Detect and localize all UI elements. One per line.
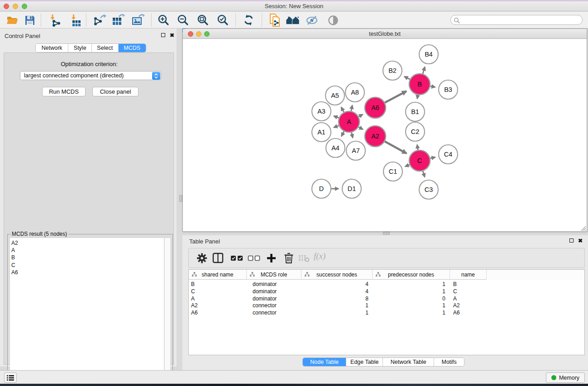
graph-node-A3[interactable]: A3 xyxy=(312,102,331,121)
column-header-mcds-role[interactable]: MCDS role xyxy=(247,270,301,280)
graph-node-A4[interactable]: A4 xyxy=(326,138,345,157)
graph-node-A5[interactable]: A5 xyxy=(325,86,344,105)
show-columns-icon[interactable] xyxy=(212,253,224,264)
memory-button[interactable]: Memory xyxy=(546,372,585,383)
clone-network-icon[interactable] xyxy=(268,13,282,27)
column-header-successor-nodes[interactable]: successor nodes xyxy=(301,270,373,280)
graph-node-A1[interactable]: A1 xyxy=(312,123,331,142)
graph-edge-C-C3[interactable] xyxy=(423,171,425,177)
graph-edge-A-A6[interactable] xyxy=(359,114,363,117)
list-item[interactable]: B xyxy=(11,254,164,261)
vertical-splitter-handle[interactable] xyxy=(179,195,182,202)
main-titlebar[interactable]: Session: New Session xyxy=(0,1,588,11)
zoom-fit-icon[interactable] xyxy=(196,13,210,27)
graph-edge-A-A2[interactable] xyxy=(359,127,363,129)
export-network-icon[interactable] xyxy=(92,13,107,27)
hide-details-icon[interactable] xyxy=(305,13,320,27)
open-folder-icon[interactable] xyxy=(5,13,19,27)
maximize-traffic-light[interactable] xyxy=(22,4,27,9)
graph-node-D[interactable]: D xyxy=(312,179,331,198)
select-all-icon[interactable] xyxy=(230,255,244,261)
graph-node-B4[interactable]: B4 xyxy=(419,45,438,64)
graph-node-B3[interactable]: B3 xyxy=(439,80,458,99)
run-mcds-button[interactable]: Run MCDS xyxy=(42,87,86,96)
graph-edge-B-B3[interactable] xyxy=(430,86,435,87)
mcds-result-list[interactable]: A2 A B C A6 xyxy=(10,238,164,383)
graph-node-A2[interactable]: A2 xyxy=(365,126,386,147)
export-table-icon[interactable] xyxy=(111,13,126,27)
graph-edge-A2-C[interactable] xyxy=(385,142,406,153)
graph-edge-B-B1[interactable] xyxy=(417,95,418,99)
delete-table-icon[interactable] xyxy=(298,255,310,262)
graph-edge-C-C2[interactable] xyxy=(417,145,418,150)
list-item[interactable]: C xyxy=(11,262,164,269)
close-traffic-light[interactable] xyxy=(188,31,193,37)
graph-node-A6[interactable]: A6 xyxy=(365,97,386,118)
float-panel-icon[interactable] xyxy=(161,33,165,37)
graph-edge-B-B4[interactable] xyxy=(423,67,425,74)
graph-edge-A6-B[interactable] xyxy=(385,91,406,102)
tab-motifs[interactable]: Motifs xyxy=(434,358,464,366)
show-details-icon[interactable] xyxy=(326,13,340,27)
table-row[interactable]: A dominator 8 0 A xyxy=(189,295,584,303)
graph-edge-A-A7[interactable] xyxy=(351,132,353,138)
task-history-button[interactable] xyxy=(4,372,17,383)
criterion-dropdown[interactable]: largest connected component (directed) xyxy=(20,71,161,80)
delete-row-icon[interactable] xyxy=(284,253,294,264)
settings-gear-icon[interactable] xyxy=(197,253,207,263)
column-header-predecessor-nodes[interactable]: predecessor nodes xyxy=(373,270,450,280)
save-icon[interactable] xyxy=(23,13,37,27)
tab-mcds[interactable]: MCDS xyxy=(119,44,146,52)
search-input[interactable] xyxy=(462,16,579,24)
function-builder-icon[interactable]: f(x) xyxy=(314,251,325,261)
float-panel-icon[interactable] xyxy=(569,238,574,243)
tab-style[interactable]: Style xyxy=(68,44,92,52)
list-item[interactable]: A2 xyxy=(11,239,164,247)
graph-node-A8[interactable]: A8 xyxy=(345,83,364,102)
graph-edge-A-A1[interactable] xyxy=(334,125,339,127)
tab-select[interactable]: Select xyxy=(92,44,119,52)
resize-grip-icon[interactable] xyxy=(580,225,586,231)
search-field[interactable] xyxy=(450,15,583,25)
refresh-layout-icon[interactable] xyxy=(241,13,256,27)
graph-edge-A-A5[interactable] xyxy=(341,107,344,112)
import-network-icon[interactable] xyxy=(48,13,62,27)
graph-node-C2[interactable]: C2 xyxy=(406,122,425,141)
graph-node-C[interactable]: C xyxy=(409,150,430,171)
graph-edge-C-C4[interactable] xyxy=(430,157,435,158)
zoom-selected-icon[interactable] xyxy=(215,13,230,27)
tab-network-table[interactable]: Network Table xyxy=(383,358,434,366)
tab-edge-table[interactable]: Edge Table xyxy=(346,358,383,366)
network-window-titlebar[interactable]: testGlobe.txt xyxy=(183,29,587,39)
unselect-all-icon[interactable] xyxy=(248,255,261,261)
import-table-icon[interactable] xyxy=(69,13,83,27)
node-table[interactable]: shared name MCDS role successor nodes pr… xyxy=(188,269,585,355)
horizontal-splitter-handle[interactable] xyxy=(383,232,390,235)
graph-node-D1[interactable]: D1 xyxy=(342,179,361,198)
graph-node-A7[interactable]: A7 xyxy=(346,141,365,160)
close-panel-button[interactable]: Close panel xyxy=(92,87,139,96)
graph-edge-A-A4[interactable] xyxy=(341,131,344,136)
graph-edge-A-A8[interactable] xyxy=(351,105,353,111)
graph-edge-B-B2[interactable] xyxy=(404,76,410,79)
table-row[interactable]: A6 connector 1 1 A6 xyxy=(189,310,584,317)
close-panel-icon[interactable]: ✖ xyxy=(578,238,583,243)
network-graph-canvas[interactable]: AA1A2A3A4A5A6A7A8BB1B2B3B4CC1C2C3C4DD1 xyxy=(183,39,587,231)
graph-node-C1[interactable]: C1 xyxy=(383,162,402,181)
column-header-shared-name[interactable]: shared name xyxy=(189,270,247,280)
zoom-in-icon[interactable] xyxy=(156,13,171,27)
graph-node-A[interactable]: A xyxy=(339,111,359,132)
table-row[interactable]: B dominator 4 1 B xyxy=(189,281,584,288)
close-panel-icon[interactable]: ✖ xyxy=(170,33,174,38)
maximize-traffic-light[interactable] xyxy=(204,31,210,37)
graph-node-B1[interactable]: B1 xyxy=(406,102,425,121)
table-row[interactable]: C dominator 4 1 C xyxy=(189,288,584,295)
add-row-icon[interactable] xyxy=(267,253,276,263)
column-header-name[interactable]: name xyxy=(450,270,487,280)
graph-node-B[interactable]: B xyxy=(409,74,430,95)
list-scrollbar[interactable] xyxy=(164,238,170,383)
minimize-traffic-light[interactable] xyxy=(196,31,201,37)
tab-network[interactable]: Network xyxy=(36,44,68,52)
graph-edge-C-C1[interactable] xyxy=(405,165,410,167)
graph-node-C4[interactable]: C4 xyxy=(439,145,458,164)
